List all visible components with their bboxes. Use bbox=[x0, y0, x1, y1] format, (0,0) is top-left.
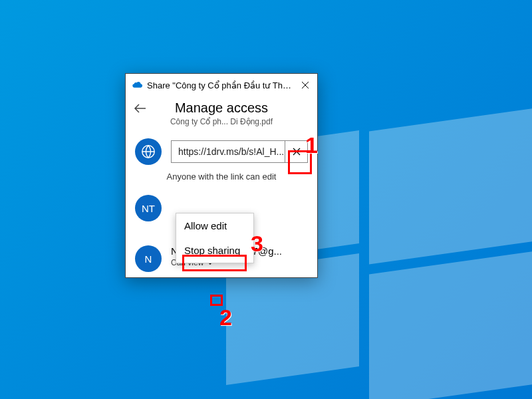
dialog-header: Manage access Công ty Cổ ph... Di Động.p… bbox=[126, 96, 317, 133]
avatar: N bbox=[135, 245, 162, 272]
titlebar: Share "Công ty Cổ phần Đầu tư Thế Giới D… bbox=[126, 74, 317, 96]
window-title: Share "Công ty Cổ phần Đầu tư Thế Giới D… bbox=[147, 80, 293, 90]
annotation-1: 1 bbox=[305, 132, 318, 158]
annotation-3: 3 bbox=[251, 231, 263, 257]
globe-icon bbox=[135, 138, 162, 165]
avatar: NT bbox=[135, 195, 162, 221]
window-close-button[interactable] bbox=[293, 78, 317, 92]
back-button[interactable] bbox=[134, 103, 147, 116]
page-title: Manage access bbox=[134, 100, 309, 116]
annotation-2: 2 bbox=[219, 305, 232, 331]
annotation-box-3 bbox=[182, 255, 247, 271]
menu-allow-edit[interactable]: Allow edit bbox=[176, 213, 253, 238]
share-link-input[interactable]: https://1drv.ms/b/s!Al_H... bbox=[171, 140, 285, 163]
file-name: Công ty Cổ ph... Di Động.pdf bbox=[134, 117, 309, 126]
onedrive-icon bbox=[132, 80, 143, 90]
